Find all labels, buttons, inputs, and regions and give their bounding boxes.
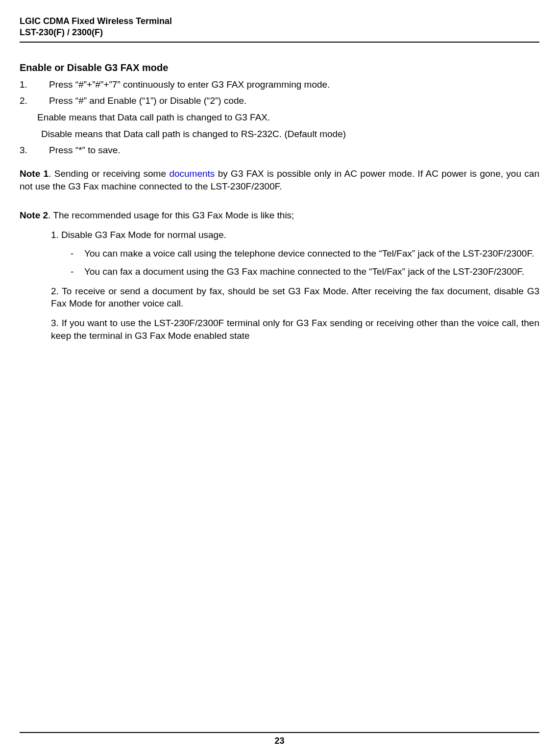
step-row: 3. Press “*” to save. [20, 144, 539, 157]
step-row: 2. Press “#” and Enable (“1”) or Disable… [20, 94, 539, 107]
header-divider [20, 42, 539, 43]
page-number: 23 [20, 736, 539, 746]
section-heading: Enable or Disable G3 FAX mode [20, 62, 539, 73]
note2-item: 2. To receive or send a document by fax,… [51, 285, 539, 310]
disable-note: Disable means that Data call path is cha… [41, 128, 539, 141]
note-label: Note 2 [20, 210, 48, 220]
footer-divider [20, 732, 539, 733]
dash-item: - You can make a voice call using the te… [71, 247, 539, 260]
note-label: Note 1 [20, 168, 49, 179]
step-row: 1. Press “#”+”#”+”7” continuously to ent… [20, 78, 539, 91]
note2-item: 1. Disable G3 Fax Mode for normal usage. [51, 229, 539, 241]
note2-item: 3. If you want to use the LST-230F/2300F… [51, 317, 539, 342]
header-model: LST-230(F) / 2300(F) [20, 27, 539, 38]
dash-icon: - [71, 247, 84, 260]
document-page: LGIC CDMA Fixed Wireless Terminal LST-23… [0, 0, 559, 756]
note-text-pre: . Sending or receiving some [49, 168, 169, 179]
note-link[interactable]: documents [169, 168, 215, 179]
step-number: 2. [20, 94, 49, 107]
header-title: LGIC CDMA Fixed Wireless Terminal [20, 16, 539, 27]
dash-text: You can fax a document using the G3 Fax … [84, 265, 524, 278]
dash-item: - You can fax a document using the G3 Fa… [71, 265, 539, 278]
dash-text: You can make a voice call using the tele… [84, 247, 534, 260]
dash-icon: - [71, 265, 84, 278]
note-2: Note 2. The recommended usage for this G… [20, 209, 539, 222]
step-text: Press “#” and Enable (“1”) or Disable (“… [49, 94, 246, 107]
note-1: Note 1. Sending or receiving some docume… [20, 167, 539, 192]
step-text: Press “#”+”#”+”7” continuously to enter … [49, 78, 330, 91]
page-footer: 23 [20, 732, 539, 746]
enable-note: Enable means that Data call path is chan… [37, 111, 539, 124]
step-number: 1. [20, 78, 49, 91]
note-intro: . The recommended usage for this G3 Fax … [48, 210, 294, 220]
step-number: 3. [20, 144, 49, 157]
step-text: Press “*” to save. [49, 144, 121, 157]
